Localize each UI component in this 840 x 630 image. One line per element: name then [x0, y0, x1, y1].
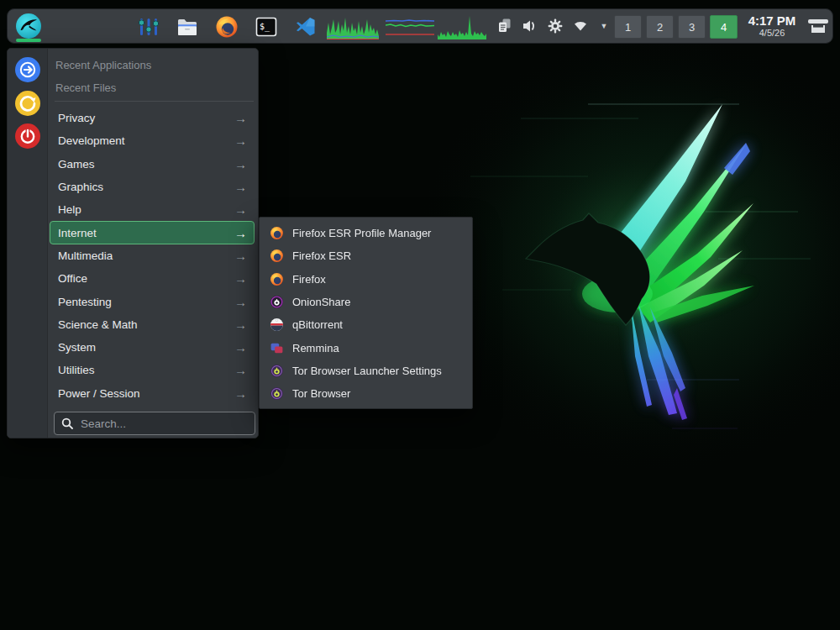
arrow-right-icon: →	[234, 227, 247, 239]
firefox-icon[interactable]	[215, 15, 239, 39]
search-icon	[61, 417, 73, 429]
firefox-icon	[270, 272, 284, 286]
menu-category-internet[interactable]: Internet→	[50, 221, 255, 244]
wifi-icon[interactable]	[572, 18, 589, 34]
workspace-3-button[interactable]: 3	[678, 15, 706, 39]
arrow-right-icon: →	[234, 341, 247, 354]
shutdown-button[interactable]	[15, 123, 40, 149]
workspace-1-button[interactable]: 1	[614, 15, 642, 39]
session-column	[8, 49, 48, 438]
menu-category-privacy[interactable]: Privacy→	[50, 107, 255, 129]
svg-text:$_: $_	[260, 22, 270, 32]
tor-browser-icon	[270, 364, 284, 378]
clipboard-manager-icon[interactable]	[496, 18, 513, 34]
system-tray: ▼	[496, 18, 609, 34]
onionshare-icon	[270, 295, 284, 309]
menu-category-games[interactable]: Games→	[50, 153, 255, 176]
network-graph[interactable]	[438, 13, 486, 41]
arrow-right-icon: →	[234, 272, 247, 285]
submenu-item-tor-browser[interactable]: Tor Browser	[260, 382, 472, 405]
settings-gear-icon[interactable]	[547, 18, 564, 34]
arrow-right-icon: →	[234, 158, 247, 171]
arrow-right-icon: →	[234, 112, 247, 124]
cpu-graph[interactable]	[327, 13, 379, 41]
arrow-right-icon: →	[234, 203, 247, 216]
submenu-item-firefox-esr[interactable]: Firefox ESR	[260, 244, 472, 267]
volume-icon[interactable]	[522, 18, 538, 34]
show-desktop-button[interactable]	[806, 16, 831, 38]
vscode-icon[interactable]	[294, 15, 318, 39]
menu-category-help[interactable]: Help→	[50, 198, 255, 221]
submenu-item-firefox[interactable]: Firefox	[260, 268, 472, 291]
submenu-item-firefox-esr-profile-manager[interactable]: Firefox ESR Profile Manager	[260, 222, 472, 244]
menu-category-office[interactable]: Office→	[50, 267, 255, 290]
recent-applications-item[interactable]: Recent Applications	[55, 59, 151, 72]
tor-browser-icon	[270, 386, 284, 401]
system-load-graph[interactable]	[386, 13, 434, 41]
file-manager-icon[interactable]	[176, 15, 199, 39]
clock-date: 4/5/26	[742, 28, 802, 39]
submenu-item-tor-browser-launcher-settings[interactable]: Tor Browser Launcher Settings	[260, 360, 472, 382]
menu-category-development[interactable]: Development→	[50, 129, 255, 152]
arrow-right-icon: →	[234, 364, 247, 376]
menu-category-multimedia[interactable]: Multimedia→	[50, 244, 255, 267]
arrow-right-icon: →	[234, 249, 247, 262]
category-list: Privacy→ Development→ Games→ Graphics→ H…	[50, 107, 255, 405]
search-box[interactable]	[54, 412, 255, 435]
arrow-right-icon: →	[234, 318, 247, 331]
menu-separator	[55, 101, 254, 102]
qbittorrent-icon	[270, 318, 284, 332]
firefox-icon	[270, 249, 284, 263]
arrow-right-icon: →	[234, 387, 247, 400]
restart-button[interactable]	[15, 91, 40, 116]
recent-files-item[interactable]: Recent Files	[55, 81, 116, 95]
search-input[interactable]	[79, 417, 248, 431]
active-launcher-indicator	[16, 39, 41, 42]
submenu-item-remmina[interactable]: Remmina	[260, 336, 472, 359]
arrow-right-icon: →	[234, 296, 247, 308]
internet-submenu: Firefox ESR Profile Manager Firefox ESR …	[259, 217, 473, 409]
logout-button[interactable]	[15, 57, 40, 82]
workspace-4-button[interactable]: 4	[710, 15, 738, 39]
audio-mixer-icon[interactable]	[136, 15, 160, 39]
workspace-switcher: 1 2 3 4	[614, 15, 738, 39]
whisker-menu: Recent Applications Recent Files Privacy…	[7, 48, 259, 438]
submenu-item-qbittorrent[interactable]: qBittorrent	[260, 313, 472, 336]
top-panel: $_	[7, 8, 833, 44]
terminal-icon[interactable]: $_	[255, 15, 278, 39]
clock-time: 4:17 PM	[742, 13, 802, 28]
arrow-right-icon: →	[234, 181, 247, 193]
submenu-item-onionshare[interactable]: OnionShare	[260, 291, 472, 313]
clock[interactable]: 4:17 PM 4/5/26	[742, 13, 802, 39]
menu-category-utilities[interactable]: Utilities→	[50, 359, 255, 381]
menu-category-graphics[interactable]: Graphics→	[50, 176, 255, 198]
panel-launchers: $_	[136, 15, 318, 39]
remmina-icon	[270, 341, 284, 355]
menu-category-system[interactable]: System→	[50, 336, 255, 359]
firefox-icon	[270, 226, 284, 240]
kali-logo-icon	[15, 13, 42, 39]
menu-category-power-session[interactable]: Power / Session→	[50, 382, 255, 405]
tray-expand-icon[interactable]: ▼	[599, 22, 609, 30]
menu-category-science-math[interactable]: Science & Math→	[50, 313, 255, 336]
menu-category-pentesting[interactable]: Pentesting→	[50, 290, 255, 312]
workspace-2-button[interactable]: 2	[646, 15, 674, 39]
arrow-right-icon: →	[234, 134, 247, 147]
